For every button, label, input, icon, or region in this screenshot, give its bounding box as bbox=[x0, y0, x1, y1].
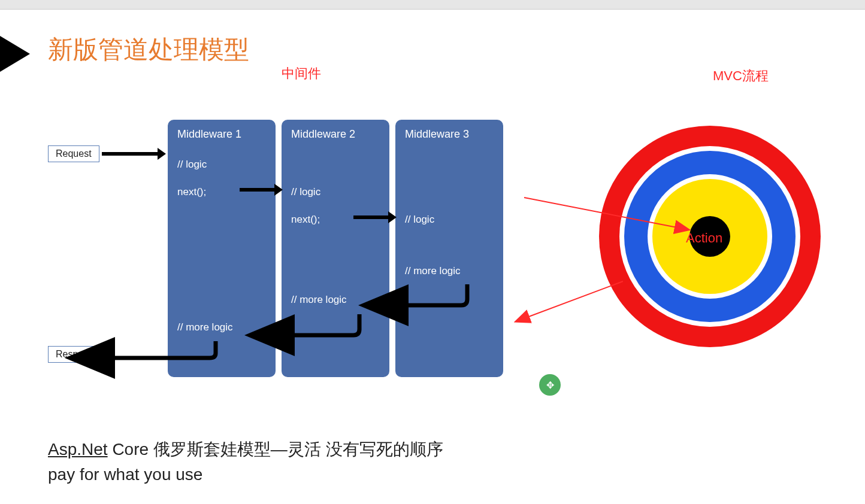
code-line: // more logic bbox=[405, 265, 494, 277]
mvc-flow-label: MVC流程 bbox=[713, 67, 769, 85]
footer-description: Asp.Net Core 俄罗斯套娃模型—灵活 没有写死的顺序 pay for … bbox=[48, 437, 443, 487]
arrow-icon bbox=[353, 215, 389, 219]
code-line: // more logic bbox=[177, 321, 266, 333]
middleware-box-2: Middleware 2 // logic next(); // more lo… bbox=[282, 120, 389, 377]
middleware-1-title: Middleware 1 bbox=[177, 128, 266, 141]
middleware-2-title: Middleware 2 bbox=[291, 128, 380, 141]
middleware-3-title: Middleware 3 bbox=[405, 128, 494, 141]
top-bar bbox=[0, 0, 865, 10]
request-box: Request bbox=[48, 145, 99, 162]
middleware-label: 中间件 bbox=[282, 65, 321, 83]
svg-line-1 bbox=[527, 281, 623, 317]
footer-underlined: Asp.Net bbox=[48, 440, 108, 459]
action-label: Action bbox=[686, 230, 722, 246]
move-badge-icon: ✥ bbox=[539, 374, 561, 396]
code-line: // logic bbox=[177, 159, 266, 171]
code-line: // logic bbox=[405, 214, 494, 226]
pipeline-diagram: Request Response Middleware 1 // logic n… bbox=[36, 120, 515, 389]
slide-title: 新版管道处理模型 bbox=[48, 33, 249, 66]
footer-line2: pay for what you use bbox=[48, 462, 443, 487]
arrow-icon bbox=[240, 188, 276, 192]
code-line: // more logic bbox=[291, 294, 380, 306]
arrow-icon bbox=[102, 152, 159, 156]
response-box: Response bbox=[48, 346, 107, 363]
bullet-triangle-icon bbox=[0, 36, 30, 72]
code-line: // logic bbox=[291, 186, 380, 198]
middleware-box-3: Middleware 3 // logic // more logic bbox=[395, 120, 503, 377]
middleware-box-1: Middleware 1 // logic next(); // more lo… bbox=[168, 120, 276, 377]
footer-line1: Core 俄罗斯套娃模型—灵活 没有写死的顺序 bbox=[108, 440, 443, 459]
